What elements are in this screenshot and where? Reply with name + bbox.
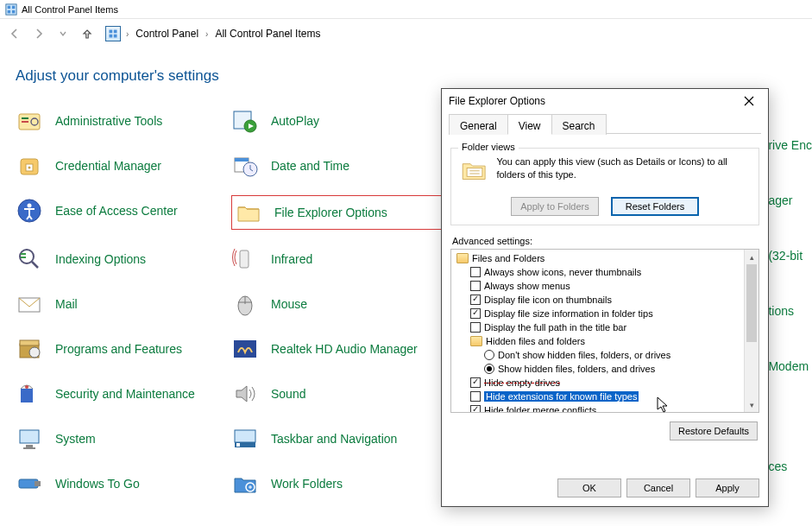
taskbar-navigation-icon — [231, 425, 259, 453]
tree-scroll-area[interactable]: Files and Folders Always show icons, nev… — [451, 250, 744, 412]
cp-item-file-explorer-options[interactable]: File Explorer Options — [231, 195, 447, 230]
admin-tools-icon — [16, 107, 43, 135]
sound-icon — [231, 380, 259, 408]
work-folders-icon — [231, 470, 259, 497]
infrared-icon — [231, 245, 259, 273]
checkbox[interactable] — [470, 322, 481, 333]
svg-rect-25 — [21, 257, 26, 258]
checkbox[interactable] — [470, 281, 481, 291]
recent-dropdown[interactable] — [52, 22, 74, 45]
chevron-right-icon[interactable]: › — [205, 29, 208, 39]
scroll-up-button[interactable]: ▴ — [745, 250, 758, 264]
cp-item-system[interactable]: System — [16, 423, 231, 454]
checkbox[interactable] — [470, 391, 481, 402]
breadcrumb-all-items[interactable]: All Control Panel Items — [211, 26, 324, 41]
cp-item-security-maintenance[interactable]: Security and Maintenance — [16, 378, 231, 409]
tree-node-hidden-files[interactable]: Hidden files and folders — [451, 334, 744, 348]
scroll-thumb[interactable] — [746, 264, 757, 342]
cp-item-date-time[interactable]: Date and Time — [231, 150, 447, 181]
tab-search[interactable]: Search — [551, 114, 607, 135]
credential-manager-icon — [16, 152, 43, 180]
checkbox[interactable] — [470, 267, 481, 277]
breadcrumb-control-panel[interactable]: Control Panel — [132, 26, 202, 41]
tree-node-always-icons[interactable]: Always show icons, never thumbnails — [451, 265, 744, 279]
scrollbar[interactable]: ▴ ▾ — [744, 250, 758, 412]
svg-rect-39 — [235, 430, 255, 442]
tree-node-file-icon-thumb[interactable]: Display file icon on thumbnails — [451, 293, 744, 307]
scroll-down-button[interactable]: ▾ — [745, 397, 758, 412]
cp-item-work-folders[interactable]: Work Folders — [231, 468, 447, 499]
cp-label: AutoPlay — [271, 114, 319, 128]
cp-item-programs-features[interactable]: Programs and Features — [16, 333, 231, 364]
cp-label: Credential Manager — [55, 159, 161, 173]
programs-features-icon — [16, 335, 43, 363]
forward-button[interactable] — [28, 22, 50, 45]
close-button[interactable] — [737, 92, 761, 110]
checkbox[interactable] — [470, 308, 481, 319]
up-button[interactable] — [76, 22, 98, 45]
apply-button[interactable]: Apply — [696, 478, 759, 497]
cp-item-ease-of-access[interactable]: Ease of Access Center — [16, 195, 231, 226]
checkbox[interactable] — [470, 405, 481, 412]
cp-item-infrared[interactable]: Infrared — [231, 244, 447, 275]
tree-node-file-size-tips[interactable]: Display file size information in folder … — [451, 307, 744, 320]
cp-item-windows-to-go[interactable]: Windows To Go — [16, 468, 231, 499]
address-bar-icon[interactable] — [105, 26, 121, 41]
reset-folders-button[interactable]: Reset Folders — [611, 197, 699, 216]
ok-button[interactable]: OK — [557, 478, 621, 497]
checkbox[interactable] — [470, 295, 481, 305]
cp-partial-label: (32-bit — [768, 249, 812, 263]
tree-node-show-hidden[interactable]: Show hidden files, folders, and drives — [451, 362, 744, 376]
restore-defaults-button[interactable]: Restore Defaults — [670, 421, 758, 440]
back-button[interactable] — [3, 22, 26, 45]
dialog-footer: OK Cancel Apply — [442, 472, 768, 506]
cp-item-sound[interactable]: Sound — [231, 378, 447, 409]
ease-of-access-icon — [16, 197, 43, 225]
tree-node-files-folders[interactable]: Files and Folders — [451, 251, 744, 265]
date-time-icon — [231, 152, 259, 180]
cp-label: Security and Maintenance — [55, 387, 195, 401]
tabstrip: General View Search — [449, 113, 761, 134]
cp-label: Infrared — [271, 252, 312, 266]
tree-node-dont-show-hidden[interactable]: Don't show hidden files, folders, or dri… — [451, 348, 744, 362]
tree-node-hide-merge-conflicts[interactable]: Hide folder merge conflicts — [451, 403, 744, 412]
cp-label: Taskbar and Navigation — [271, 432, 397, 446]
cp-item-realtek-audio[interactable]: Realtek HD Audio Manager — [231, 333, 447, 364]
cp-item-admin-tools[interactable]: Administrative Tools — [16, 105, 231, 136]
dialog-body: Folder views You can apply this view (su… — [442, 134, 768, 472]
tab-view[interactable]: View — [507, 114, 552, 135]
tree-node-hide-empty-drives[interactable]: Hide empty drives — [451, 376, 744, 390]
cp-item-indexing-options[interactable]: Indexing Options — [16, 244, 231, 275]
apply-to-folders-button[interactable]: Apply to Folders — [511, 197, 599, 216]
svg-rect-3 — [8, 10, 11, 13]
chevron-right-icon[interactable]: › — [126, 29, 129, 39]
cp-item-mouse[interactable]: Mouse — [231, 288, 447, 320]
tab-general[interactable]: General — [449, 114, 508, 135]
folder-icon — [470, 336, 482, 346]
radio[interactable] — [484, 364, 494, 374]
cp-partial-label: ager — [768, 193, 812, 207]
tree-node-always-menus[interactable]: Always show menus — [451, 279, 744, 293]
dialog-titlebar[interactable]: File Explorer Options — [442, 89, 768, 113]
mail-icon — [16, 290, 43, 318]
cp-label: Sound — [271, 387, 305, 401]
cp-label: Date and Time — [271, 159, 349, 173]
cp-item-autoplay[interactable]: AutoPlay — [231, 105, 447, 136]
cp-item-credential-manager[interactable]: Credential Manager — [16, 150, 231, 181]
svg-rect-35 — [26, 445, 33, 447]
group-legend: Folder views — [458, 142, 519, 152]
tree-node-full-path-title[interactable]: Display the full path in the title bar — [451, 320, 744, 334]
cancel-button[interactable]: Cancel — [626, 478, 690, 497]
radio[interactable] — [484, 350, 494, 360]
cp-label: System — [55, 432, 96, 446]
checkbox[interactable] — [470, 377, 481, 388]
svg-rect-1 — [8, 5, 11, 9]
svg-rect-41 — [35, 481, 41, 486]
cp-partial-label: rive Enc — [768, 138, 812, 152]
tree-node-hide-extensions[interactable]: Hide extensions for known file types — [451, 390, 744, 403]
cp-item-taskbar-navigation[interactable]: Taskbar and Navigation — [231, 423, 447, 454]
svg-rect-19 — [235, 158, 249, 162]
cp-label: Realtek HD Audio Manager — [271, 342, 418, 356]
cp-partial-label: Modem — [768, 359, 812, 373]
cp-item-mail[interactable]: Mail — [16, 288, 231, 320]
